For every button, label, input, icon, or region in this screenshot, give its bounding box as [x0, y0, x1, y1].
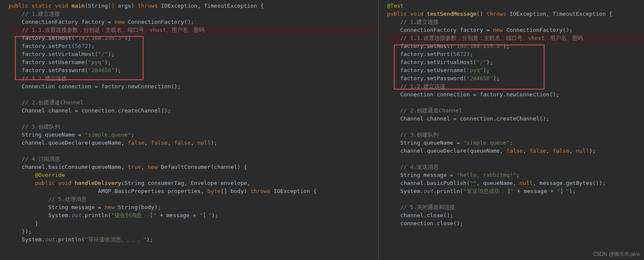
watermark: CSDN @懒羊羊.java — [593, 250, 640, 258]
left-code-pane: public static void main(String[] args) t… — [0, 0, 379, 260]
right-code-pane: @Test public void testSendMessage() thro… — [379, 0, 644, 260]
code-left: public static void main(String[] args) t… — [8, 2, 378, 243]
editor-split: public static void main(String[] args) t… — [0, 0, 644, 260]
code-right: @Test public void testSendMessage() thro… — [387, 2, 644, 227]
